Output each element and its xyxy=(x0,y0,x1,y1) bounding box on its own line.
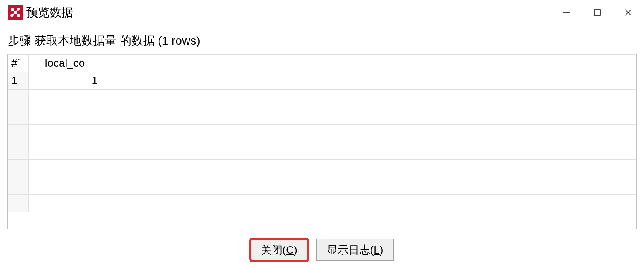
subtitle-text: 步骤 获取本地数据量 的数据 (1 rows) xyxy=(7,33,637,49)
table-row-empty: . xyxy=(8,195,636,212)
cell-empty xyxy=(101,72,636,90)
data-table: # local_co 1 1 . . . . . . xyxy=(8,54,636,212)
table-row[interactable]: 1 1 xyxy=(8,72,636,90)
table-row-empty: . xyxy=(8,177,636,195)
maximize-button[interactable] xyxy=(582,0,613,25)
button-bar: 关闭(C) 显示日志(L) xyxy=(7,229,637,267)
table-header-row: # local_co xyxy=(8,55,636,72)
titlebar: 预览数据 xyxy=(0,0,644,25)
header-rownum[interactable]: # xyxy=(8,55,29,72)
table-row-empty: . xyxy=(8,90,636,107)
svg-rect-10 xyxy=(594,10,600,15)
table-row-empty: . xyxy=(8,142,636,160)
table-row-empty: . xyxy=(8,107,636,125)
window-title: 预览数据 xyxy=(26,5,73,20)
cell-col1: 1 xyxy=(29,72,101,90)
header-empty xyxy=(101,55,636,72)
close-window-button[interactable] xyxy=(613,0,644,25)
app-icon xyxy=(8,5,23,20)
table-row-empty: . xyxy=(8,160,636,177)
minimize-button[interactable] xyxy=(551,0,582,25)
window-controls xyxy=(551,0,644,25)
table-row-empty: . xyxy=(8,125,636,142)
dialog-content: 步骤 获取本地数据量 的数据 (1 rows) # local_co 1 1 xyxy=(0,25,644,267)
dialog-window: 预览数据 步骤 获取本地数据量 的数据 (1 rows) # xyxy=(0,0,644,267)
show-log-button[interactable]: 显示日志(L) xyxy=(316,239,394,261)
data-table-container: # local_co 1 1 . . . . . . xyxy=(7,54,637,229)
cell-rownum: 1 xyxy=(8,72,29,90)
close-button[interactable]: 关闭(C) xyxy=(250,239,308,261)
header-col1[interactable]: local_co xyxy=(29,55,101,72)
